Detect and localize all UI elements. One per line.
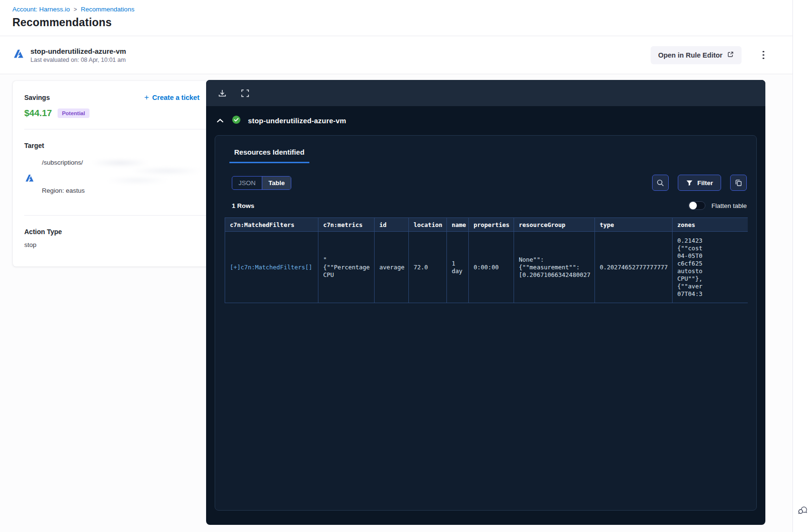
breadcrumb-account-link[interactable]: Account: Harness.io (12, 6, 70, 13)
panel-section-header: stop-underutilized-azure-vm (206, 106, 765, 135)
help-chat-button[interactable] (796, 503, 809, 518)
evaluation-results-panel: stop-underutilized-azure-vm Resources Id… (206, 80, 765, 525)
recommendation-details-card: Savings + Create a ticket $44.17 Potenti… (13, 81, 211, 266)
recommendations-page: Account: Harness.io > Recommendations Re… (0, 0, 812, 532)
table-view-button[interactable]: Table (262, 177, 291, 189)
breadcrumb-separator: > (74, 6, 77, 13)
filter-button[interactable]: Filter (678, 175, 721, 191)
recommendation-name: stop-underutilized-azure-vm (30, 47, 126, 55)
content-area: Savings + Create a ticket $44.17 Potenti… (0, 74, 792, 532)
chat-bubbles-icon (796, 503, 809, 516)
chevron-up-icon (217, 118, 224, 123)
json-table-toggle: JSON Table (232, 176, 291, 190)
column-header: location (409, 218, 447, 232)
rows-count: 1 Rows (232, 202, 254, 209)
fullscreen-button[interactable] (240, 89, 250, 98)
column-header: resourceGroup (514, 218, 595, 232)
savings-section: Savings + Create a ticket $44.17 Potenti… (13, 81, 211, 129)
top-header: Account: Harness.io > Recommendations Re… (0, 0, 812, 36)
azure-logo-icon (12, 48, 25, 62)
tab-resources-identified[interactable]: Resources Identified (229, 148, 309, 163)
panel-section-title: stop-underutilized-azure-vm (248, 117, 346, 125)
column-header: id (375, 218, 409, 232)
open-in-rule-editor-label: Open in Rule Editor (658, 51, 723, 59)
external-link-icon (727, 51, 734, 59)
filter-label: Filter (697, 179, 713, 187)
table-cell: 1 day (447, 232, 469, 303)
target-section: Target /subscriptions/ Region: eastus (13, 129, 211, 215)
potential-badge: Potential (58, 108, 89, 118)
filter-funnel-icon (686, 179, 693, 187)
target-path: /subscriptions/ (42, 159, 199, 166)
table-cell: average (375, 232, 409, 303)
resources-card: Resources Identified JSON Table (215, 135, 757, 511)
open-in-rule-editor-button[interactable]: Open in Rule Editor (651, 46, 742, 64)
page-title: Recommendations (12, 16, 812, 29)
savings-label: Savings (24, 94, 50, 101)
table-cell: 0.20274652777777777 (595, 232, 673, 303)
column-header: c7n:MatchedFilters (225, 218, 318, 232)
rows-summary-row: 1 Rows Flatten table (232, 201, 747, 210)
search-icon (656, 179, 664, 187)
collapse-section-button[interactable] (216, 117, 225, 124)
recommendation-header: stop-underutilized-azure-vm Last evaluat… (0, 36, 812, 74)
breadcrumb: Account: Harness.io > Recommendations (12, 6, 812, 13)
copy-button[interactable] (730, 175, 747, 191)
resources-table-wrap: c7n:MatchedFiltersc7n:metricsidlocationn… (225, 217, 748, 303)
recommendation-titles: stop-underutilized-azure-vm Last evaluat… (30, 47, 126, 63)
table-header-row: c7n:MatchedFiltersc7n:metricsidlocationn… (225, 218, 748, 232)
savings-value: $44.17 (24, 108, 52, 118)
copy-icon (734, 179, 743, 187)
column-header: name (447, 218, 469, 232)
success-check-icon (232, 115, 241, 126)
more-options-button[interactable] (758, 49, 769, 62)
view-controls-row: JSON Table Filter (232, 175, 747, 191)
json-view-button[interactable]: JSON (232, 177, 262, 189)
download-icon (218, 89, 227, 98)
fullscreen-icon (240, 89, 250, 98)
action-type-section: Action Type stop (13, 216, 211, 259)
table-cell: 0.21423 {""cost 04-05T0 c6cf625 autosto … (673, 232, 748, 303)
resources-table: c7n:MatchedFiltersc7n:metricsidlocationn… (225, 217, 748, 303)
create-ticket-link[interactable]: + Create a ticket (144, 93, 199, 101)
plus-icon: + (144, 93, 149, 101)
right-rail (792, 0, 812, 532)
last-evaluated-text: Last evaluated on: 08 Apr, 10:01 am (30, 57, 126, 63)
recommendation-identity: stop-underutilized-azure-vm Last evaluat… (12, 47, 126, 63)
target-label: Target (24, 142, 199, 149)
table-body: [+]c7n:MatchedFilters[]" {""Percentage C… (225, 232, 748, 303)
flatten-table-toggle[interactable] (688, 201, 705, 210)
table-cell: None"": {""measurement"": [0.20671066342… (514, 232, 595, 303)
search-button[interactable] (652, 175, 669, 191)
target-body: /subscriptions/ Region: eastus (24, 159, 199, 205)
column-header: zones (673, 218, 748, 232)
table-row: [+]c7n:MatchedFilters[]" {""Percentage C… (225, 232, 748, 303)
toggle-knob (689, 202, 697, 209)
tabs-row: Resources Identified (215, 136, 756, 163)
column-header: properties (469, 218, 514, 232)
matched-filters-expand-cell[interactable]: [+]c7n:MatchedFilters[] (225, 232, 318, 303)
action-type-value: stop (24, 241, 199, 248)
azure-logo-icon-small (24, 173, 35, 186)
breadcrumb-recommendations-link[interactable]: Recommendations (81, 6, 135, 13)
panel-toolbar (206, 80, 765, 106)
column-header: c7n:metrics (318, 218, 375, 232)
create-ticket-label: Create a ticket (152, 94, 199, 101)
table-cell: 0:00:00 (469, 232, 514, 303)
action-type-label: Action Type (24, 228, 199, 236)
column-header: type (595, 218, 673, 232)
download-button[interactable] (218, 89, 227, 98)
table-cell: " {""Percentage CPU (318, 232, 375, 303)
table-cell: 72.0 (409, 232, 447, 303)
flatten-table-label: Flatten table (712, 202, 747, 209)
